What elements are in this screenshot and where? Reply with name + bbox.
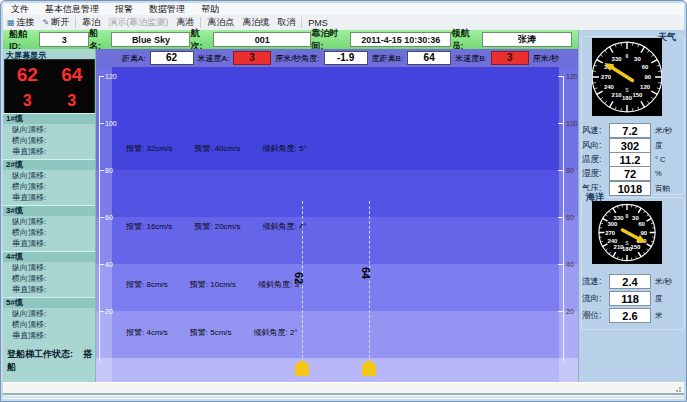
cable-group-title: 2#缆 bbox=[3, 159, 95, 170]
measure-bar: 距离A:62米速度A:3厘米/秒角度:-1.9度距离B:64米速度B:3厘米/秒 bbox=[96, 49, 578, 67]
measure-label: 角度: bbox=[301, 53, 319, 64]
cable-drift-label: 纵向漂移: bbox=[3, 170, 95, 181]
left-axis-tick bbox=[99, 264, 104, 265]
right-axis-tick bbox=[558, 311, 563, 312]
alarm-threshold-row-2: 报警: 8cm/s预警: 10cm/s倾斜角度: 3° bbox=[126, 279, 302, 290]
left-axis-label: 100 bbox=[105, 120, 117, 127]
right-axis-label: 60 bbox=[566, 214, 574, 221]
cable-group-title: 4#缆 bbox=[3, 251, 95, 262]
svg-text:30: 30 bbox=[634, 56, 641, 62]
weather-field-value: 72 bbox=[609, 166, 651, 181]
cable-group-3: 3#缆纵向漂移:横向漂移:垂直漂移: bbox=[3, 205, 95, 249]
svg-text:S: S bbox=[625, 240, 629, 246]
cable-drift-label: 垂直漂移: bbox=[3, 238, 95, 249]
left-axis-tick bbox=[99, 170, 104, 171]
depth-band-0 bbox=[96, 67, 578, 170]
ocean-field-value: 2.6 bbox=[609, 308, 651, 323]
svg-text:60: 60 bbox=[642, 64, 649, 70]
measure-field-4: 速度B:3厘米/秒 bbox=[463, 51, 559, 65]
menu-item-2[interactable]: 报警 bbox=[107, 3, 141, 16]
measure-value: 62 bbox=[150, 51, 194, 65]
ocean-field-row-0: 流速:2.4米/秒 bbox=[582, 274, 672, 289]
display-speed-value: 3 bbox=[67, 92, 76, 110]
svg-text:60: 60 bbox=[638, 221, 645, 227]
cable-group-title: 3#缆 bbox=[3, 205, 95, 216]
info-value-input[interactable]: Blue Sky bbox=[111, 32, 190, 47]
ocean-field-row-1: 流向:118度 bbox=[582, 291, 663, 306]
disconnect-icon: ✎ bbox=[43, 18, 50, 27]
right-axis-line bbox=[563, 76, 564, 361]
menu-item-1[interactable]: 基本信息管理 bbox=[37, 3, 107, 16]
cable-drift-label: 横向漂移: bbox=[3, 227, 95, 238]
menu-item-0[interactable]: 文件 bbox=[3, 3, 37, 16]
cable-drift-label: 横向漂移: bbox=[3, 135, 95, 146]
cable-group-4: 4#缆纵向漂移:横向漂移:垂直漂移: bbox=[3, 251, 95, 295]
alarm-threshold-row-3: 报警: 4cm/s预警: 5cm/s倾斜角度: 2° bbox=[126, 327, 298, 338]
info-field-0: 船舶ID:3 bbox=[9, 28, 89, 51]
environment-panel: 天气 0306090120150180210240270300330S 风速:7… bbox=[578, 30, 686, 382]
measure-label: 距离B: bbox=[380, 53, 404, 64]
right-axis-label: 100 bbox=[566, 120, 578, 127]
measure-label: 速度B: bbox=[463, 53, 487, 64]
cable-drift-label: 垂直漂移: bbox=[3, 330, 95, 341]
resize-grip[interactable] bbox=[672, 386, 681, 395]
measure-unit: 度 bbox=[372, 53, 380, 64]
depth-band-5 bbox=[96, 358, 578, 382]
distance-line-label: 62 bbox=[293, 272, 305, 284]
left-axis-tick bbox=[99, 123, 104, 124]
measure-field-2: 角度:-1.9度 bbox=[301, 51, 379, 65]
cable-drift-label: 垂直漂移: bbox=[3, 146, 95, 157]
wind-direction-gauge: 0306090120150180210240270300330S bbox=[592, 38, 662, 116]
left-axis-label: 60 bbox=[105, 214, 113, 221]
measure-value-alarm: 3 bbox=[491, 51, 529, 65]
cable-group-1: 1#缆纵向漂移:横向漂移:垂直漂移: bbox=[3, 113, 95, 157]
cable-drift-label: 纵向漂移: bbox=[3, 124, 95, 135]
weather-field-label: 风向: bbox=[582, 140, 609, 152]
ocean-field-label: 潮位: bbox=[582, 310, 609, 322]
connect-icon: ▦ bbox=[7, 18, 15, 27]
right-axis-tick bbox=[558, 76, 563, 77]
measure-field-1: 速度A:3厘米/秒 bbox=[206, 51, 302, 65]
tilt-threshold: 倾斜角度: 2° bbox=[254, 327, 298, 338]
measure-value: -1.9 bbox=[324, 51, 368, 65]
menu-item-3[interactable]: 数据管理 bbox=[141, 3, 193, 16]
display-distance-value: 64 bbox=[61, 64, 82, 86]
status-divider bbox=[3, 396, 684, 398]
svg-text:330: 330 bbox=[614, 215, 625, 221]
measure-unit: 米 bbox=[198, 53, 206, 64]
info-value-input[interactable]: 张涛 bbox=[482, 32, 572, 47]
weather-field-label: 风速: bbox=[582, 125, 609, 137]
cable-drift-label: 横向漂移: bbox=[3, 273, 95, 284]
measure-value-alarm: 3 bbox=[233, 51, 271, 65]
right-axis-label: 80 bbox=[566, 167, 574, 174]
ocean-field-row-2: 潮位:2.6米 bbox=[582, 308, 663, 323]
weather-field-unit: 米/秒 bbox=[655, 126, 672, 136]
info-value-input[interactable]: 3 bbox=[39, 32, 89, 47]
cable-drift-label: 纵向漂移: bbox=[3, 216, 95, 227]
ocean-field-value: 2.4 bbox=[609, 274, 651, 289]
cable-group-2: 2#缆纵向漂移:横向漂移:垂直漂移: bbox=[3, 159, 95, 203]
cable-drift-label: 纵向漂移: bbox=[3, 308, 95, 319]
info-label: 船舶ID: bbox=[9, 28, 36, 51]
weather-field-value: 1018 bbox=[609, 181, 651, 196]
right-axis-label: 40 bbox=[566, 261, 574, 268]
svg-text:240: 240 bbox=[604, 84, 615, 90]
gangway-status: 登船梯工作状态: 搭船 bbox=[7, 348, 95, 374]
current-direction-gauge: 0306090120150180210240270300330S bbox=[592, 201, 662, 264]
right-axis-label: 120 bbox=[566, 73, 578, 80]
left-axis-line bbox=[99, 76, 100, 361]
info-value-input[interactable]: 2011-4-15 10:30:36 bbox=[350, 32, 451, 47]
warn-threshold: 预警: 40cm/s bbox=[194, 143, 240, 154]
alarm-threshold: 报警: 8cm/s bbox=[126, 279, 168, 290]
svg-text:150: 150 bbox=[632, 92, 643, 98]
menu-item-4[interactable]: 帮助 bbox=[193, 3, 227, 16]
cable-drift-label: 垂直漂移: bbox=[3, 192, 95, 203]
distance-display: 6264 33 bbox=[4, 59, 95, 114]
tilt-threshold: 倾斜角度: 4° bbox=[262, 221, 306, 232]
svg-text:S: S bbox=[625, 87, 629, 93]
weather-field-label: 温度: bbox=[582, 154, 609, 166]
menu-bar: 文件基本信息管理报警数据管理帮助 bbox=[3, 3, 684, 15]
display-speed-value: 3 bbox=[23, 92, 32, 110]
cable-drift-label: 横向漂移: bbox=[3, 319, 95, 330]
info-value-input[interactable]: 001 bbox=[213, 32, 312, 47]
